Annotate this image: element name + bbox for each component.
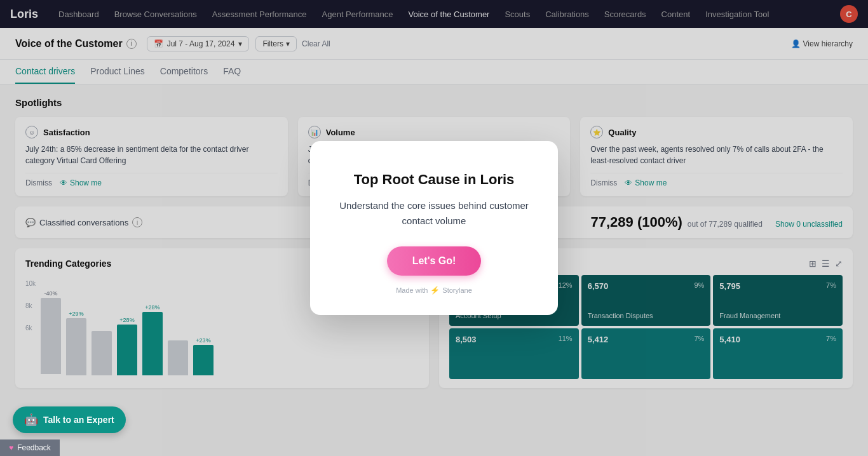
modal-dialog: Top Root Cause in Loris Understand the c…: [310, 141, 558, 315]
talk-to-expert-button[interactable]: 🤖 Talk to an Expert: [13, 406, 126, 433]
modal-title: Top Root Cause in Loris: [336, 171, 532, 188]
modal-overlay[interactable]: Top Root Cause in Loris Understand the c…: [0, 0, 868, 456]
heart-icon: ♥: [9, 443, 13, 452]
modal-footer: Made with ⚡ Storylane: [336, 286, 532, 295]
lets-go-button[interactable]: Let's Go!: [387, 246, 482, 276]
feedback-label: Feedback: [17, 443, 51, 452]
modal-footer-text: Made with: [396, 286, 428, 294]
modal-footer-brand: Storylane: [442, 286, 471, 294]
robot-icon: 🤖: [24, 413, 38, 427]
feedback-button[interactable]: ♥ Feedback: [0, 439, 60, 456]
talk-expert-label: Talk to an Expert: [43, 415, 114, 425]
modal-subtitle: Understand the core issues behind custom…: [336, 198, 532, 229]
storylane-icon: ⚡: [430, 286, 440, 295]
